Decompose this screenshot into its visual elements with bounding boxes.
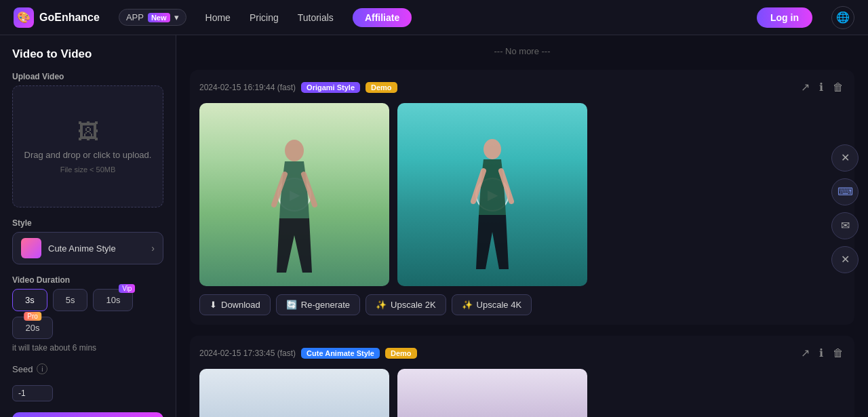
style-selector[interactable]: Cute Anime Style › <box>12 232 163 264</box>
card-actions-1: ↗ ℹ 🗑 <box>800 79 845 95</box>
video-inner-2: ▶ <box>199 369 389 417</box>
video-thumb-before-2: ▶ <box>199 369 389 417</box>
floating-close-button-2[interactable]: ✕ <box>831 246 859 273</box>
regenerate-icon: 🔄 <box>286 300 297 310</box>
card-timestamp-1: 2024-02-15 16:19:44 (fast) <box>199 83 296 92</box>
duration-label: Video Duration <box>12 275 163 285</box>
duration-buttons: 3s 5s 10s Vip <box>12 289 163 311</box>
download-icon: ⬇ <box>210 300 217 310</box>
floating-mail-button[interactable]: ✉ <box>831 212 859 239</box>
upscale-2k-label: Upscale 2K <box>391 300 435 310</box>
floating-close-button[interactable]: ✕ <box>831 144 859 172</box>
chevron-right-icon: › <box>151 243 155 254</box>
style-thumbnail <box>21 238 41 258</box>
info-icon-2: ℹ <box>819 346 823 359</box>
delete-button-1[interactable]: 🗑 <box>831 80 845 95</box>
mail-icon: ✉ <box>841 219 850 232</box>
delete-button-2[interactable]: 🗑 <box>831 346 845 361</box>
style-name: Cute Anime Style <box>48 243 144 254</box>
globe-icon: 🌐 <box>836 11 850 24</box>
figure-svg-1 <box>267 137 321 286</box>
video-thumb-after-1: ▶ <box>397 103 587 286</box>
upload-section: Upload Video 🖼 Drag and drop or click to… <box>12 72 163 207</box>
share-button-2[interactable]: ↗ <box>800 345 811 361</box>
style-section: Style Cute Anime Style › <box>12 218 163 264</box>
main-layout: Video to Video Upload Video 🖼 Drag and d… <box>0 35 868 417</box>
regenerate-label: Re-generate <box>301 300 350 310</box>
videos-row-1: ▶ ▶ <box>199 103 845 286</box>
share-button-1[interactable]: ↗ <box>800 79 811 95</box>
video-card-1: 2024-02-15 16:19:44 (fast) Origami Style… <box>190 70 854 325</box>
svg-point-0 <box>285 140 304 161</box>
demo-badge-1: Demo <box>366 82 397 93</box>
upload-size: File size < 50MB <box>60 165 116 174</box>
no-more-text: --- No more --- <box>190 46 854 56</box>
share-icon: ↗ <box>801 81 810 94</box>
tutorials-link[interactable]: Tutorials <box>298 9 334 26</box>
seed-input[interactable] <box>12 385 53 401</box>
card-actions-2: ↗ ℹ 🗑 <box>800 345 845 361</box>
floating-discord-button[interactable]: ⌨ <box>831 178 859 205</box>
seed-label: Seed <box>12 364 33 374</box>
affiliate-button[interactable]: Affiliate <box>353 8 412 27</box>
home-link[interactable]: Home <box>205 9 231 26</box>
card-bottom-actions-1: ⬇ Download 🔄 Re-generate ✨ Upscale 2K ✨ … <box>199 294 845 315</box>
x-icon: ✕ <box>841 151 850 164</box>
video-thumb-before-1: ▶ <box>199 103 389 286</box>
style-label: Style <box>12 218 163 228</box>
duration-20s[interactable]: 20s Pro <box>12 317 53 339</box>
video-inner-after-2: ▶ <box>397 369 587 417</box>
app-label: APP <box>126 12 144 22</box>
app-menu[interactable]: APP New ▾ <box>119 9 186 26</box>
style-badge-origami: Origami Style <box>301 82 360 93</box>
upscale-4k-icon: ✨ <box>462 300 473 310</box>
upscale-2k-button-1[interactable]: ✨ Upscale 2K <box>366 294 446 315</box>
demo-badge-2: Demo <box>385 348 417 359</box>
discord-icon: ⌨ <box>837 185 853 198</box>
info-button-2[interactable]: ℹ <box>818 345 825 361</box>
info-icon: ℹ <box>819 81 823 94</box>
upload-label: Upload Video <box>12 72 163 81</box>
x-icon-2: ✕ <box>841 253 850 266</box>
pricing-link[interactable]: Pricing <box>250 9 279 26</box>
trash-icon-2: 🗑 <box>833 347 844 359</box>
logo-icon: 🎨 <box>14 7 34 28</box>
card-timestamp-2: 2024-02-15 17:33:45 (fast) <box>199 349 296 358</box>
video-inner-after-1: ▶ <box>397 103 587 286</box>
download-button-1[interactable]: ⬇ Download <box>199 294 271 315</box>
svg-point-3 <box>484 139 501 159</box>
seed-info-icon[interactable]: i <box>37 363 47 374</box>
language-button[interactable]: 🌐 <box>831 6 854 29</box>
duration-5s[interactable]: 5s <box>53 289 88 311</box>
figure-svg-after-1 <box>465 137 519 286</box>
regenerate-button-1[interactable]: 🔄 Re-generate <box>276 294 360 315</box>
info-button-1[interactable]: ℹ <box>818 79 825 95</box>
content-area: --- No more --- 2024-02-15 16:19:44 (fas… <box>176 35 868 417</box>
duration-3s[interactable]: 3s <box>12 289 47 311</box>
video-thumb-after-2: ▶ <box>397 369 587 417</box>
sidebar-title: Video to Video <box>12 47 163 61</box>
new-badge: New <box>148 13 170 22</box>
generate-button[interactable]: Generate (15 ⚡ 🔥 <box>12 412 163 417</box>
download-label: Download <box>221 300 260 310</box>
card-header-1: 2024-02-15 16:19:44 (fast) Origami Style… <box>199 79 845 95</box>
upload-area[interactable]: 🖼 Drag and drop or click to upload. File… <box>12 85 163 207</box>
duration-section: Video Duration 3s 5s 10s Vip 20s Pro it … <box>12 275 163 353</box>
logo-text: GoEnhance <box>39 12 100 24</box>
upload-icon: 🖼 <box>77 119 99 144</box>
time-hint: it will take about 6 mins <box>12 343 163 353</box>
logo[interactable]: 🎨 GoEnhance <box>14 7 100 28</box>
video-inner-1: ▶ <box>199 103 389 286</box>
vip-badge: Vip <box>119 284 135 293</box>
upload-text: Drag and drop or click to upload. <box>24 150 152 160</box>
chevron-down-icon: ▾ <box>174 12 179 22</box>
login-button[interactable]: Log in <box>757 7 812 28</box>
share-icon-2: ↗ <box>801 346 810 359</box>
videos-row-2: ▶ ▶ <box>199 369 845 417</box>
video-card-2: 2024-02-15 17:33:45 (fast) Cute Animate … <box>190 336 854 417</box>
duration-10s[interactable]: 10s Vip <box>93 289 133 311</box>
upscale-4k-button-1[interactable]: ✨ Upscale 4K <box>452 294 532 315</box>
pro-badge: Pro <box>24 312 41 321</box>
floating-buttons: ✕ ⌨ ✉ ✕ <box>831 144 859 273</box>
card-header-2: 2024-02-15 17:33:45 (fast) Cute Animate … <box>199 345 845 361</box>
